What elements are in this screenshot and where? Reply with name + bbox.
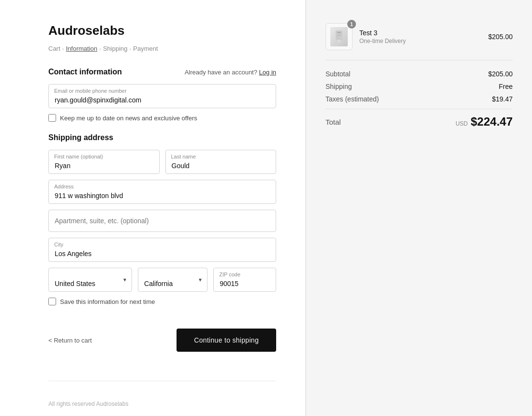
email-input[interactable] — [48, 84, 276, 108]
state-field: State California — [138, 268, 207, 292]
country-select[interactable]: United States — [48, 268, 132, 292]
svg-point-4 — [338, 40, 340, 43]
shipping-value: Free — [499, 83, 513, 90]
summary-divider — [325, 109, 513, 109]
contact-section-header: Contact information Already have an acco… — [48, 68, 276, 76]
newsletter-row: Keep me up to date on news and exclusive… — [48, 114, 276, 122]
zip-field: ZIP code — [213, 268, 276, 292]
product-details: Test 3 One-time Delivery — [359, 29, 406, 44]
return-to-cart-link[interactable]: < Return to cart — [48, 337, 92, 344]
save-info-label: Save this information for next time — [60, 298, 155, 305]
breadcrumb-shipping: Shipping — [103, 45, 128, 52]
product-row: 1 Test 3 One-time Delivery $205.00 — [325, 23, 513, 60]
newsletter-label: Keep me up to date on news and exclusive… — [60, 115, 197, 122]
save-info-row: Save this information for next time — [48, 298, 276, 305]
continue-to-shipping-button[interactable]: Continue to shipping — [177, 329, 276, 352]
last-name-field: Last name — [165, 150, 277, 174]
taxes-value: $19.47 — [492, 95, 513, 103]
svg-rect-1 — [337, 32, 341, 33]
product-image-icon — [334, 30, 344, 43]
total-label: Total — [325, 118, 341, 126]
address-field: Address — [48, 180, 276, 204]
svg-rect-3 — [337, 35, 341, 36]
product-price: $205.00 — [488, 33, 513, 41]
total-value-group: USD $224.47 — [456, 115, 513, 129]
total-amount: $224.47 — [471, 115, 513, 129]
address-input[interactable] — [48, 180, 276, 204]
city-input[interactable] — [48, 238, 276, 262]
subtotal-row: Subtotal $205.00 — [325, 70, 513, 78]
breadcrumb: Cart › Information › Shipping › Payment — [48, 45, 276, 52]
newsletter-checkbox[interactable] — [48, 114, 56, 122]
total-currency: USD — [456, 120, 468, 127]
subtotal-value: $205.00 — [488, 70, 513, 78]
form-actions: < Return to cart Continue to shipping — [48, 329, 276, 352]
product-image — [330, 27, 348, 46]
zip-input[interactable] — [213, 268, 276, 292]
product-info: 1 Test 3 One-time Delivery — [325, 23, 406, 50]
shipping-row: Shipping Free — [325, 83, 513, 90]
shipping-section-title: Shipping address — [48, 133, 276, 142]
breadcrumb-sep-2: › — [99, 46, 101, 52]
breadcrumb-sep-1: › — [62, 46, 64, 52]
product-thumbnail: 1 — [325, 23, 353, 50]
breadcrumb-cart[interactable]: Cart — [48, 45, 60, 52]
product-name: Test 3 — [359, 29, 406, 37]
shipping-label: Shipping — [325, 83, 352, 90]
save-info-checkbox[interactable] — [48, 298, 56, 305]
apt-input[interactable] — [48, 210, 276, 232]
taxes-label: Taxes (estimated) — [325, 95, 379, 103]
state-select-wrapper: California — [138, 268, 207, 292]
breadcrumb-payment: Payment — [133, 45, 158, 52]
city-field: City — [48, 238, 276, 262]
subtotal-label: Subtotal — [325, 70, 350, 78]
total-row: Total USD $224.47 — [325, 115, 513, 129]
product-quantity-badge: 1 — [347, 20, 356, 29]
first-name-field: First name (optional) — [48, 150, 160, 174]
breadcrumb-sep-3: › — [130, 46, 132, 52]
svg-rect-2 — [337, 34, 341, 34]
name-row: First name (optional) Last name — [48, 150, 276, 180]
state-select[interactable]: California — [138, 268, 207, 292]
country-select-wrapper: United States — [48, 268, 132, 292]
last-name-input[interactable] — [165, 150, 277, 174]
login-link[interactable]: Log in — [259, 69, 276, 76]
login-prompt: Already have an account? Log in — [185, 69, 276, 76]
breadcrumb-information[interactable]: Information — [66, 45, 97, 52]
country-field: Country/Region United States — [48, 268, 132, 292]
taxes-row: Taxes (estimated) $19.47 — [325, 95, 513, 103]
order-summary: 1 Test 3 One-time Delivery $205.00 Subto… — [306, 0, 532, 416]
contact-section-title: Contact information — [48, 68, 122, 76]
first-name-input[interactable] — [48, 150, 160, 174]
product-type: One-time Delivery — [359, 38, 406, 44]
checkout-form: Audroselabs Cart › Information › Shippin… — [0, 0, 306, 416]
brand-title: Audroselabs — [48, 23, 276, 38]
email-field-wrapper: Email or mobile phone number — [48, 84, 276, 108]
location-row: Country/Region United States State Calif… — [48, 268, 276, 298]
footer: All rights reserved Audroselabs — [48, 381, 276, 407]
apt-field — [48, 210, 276, 232]
